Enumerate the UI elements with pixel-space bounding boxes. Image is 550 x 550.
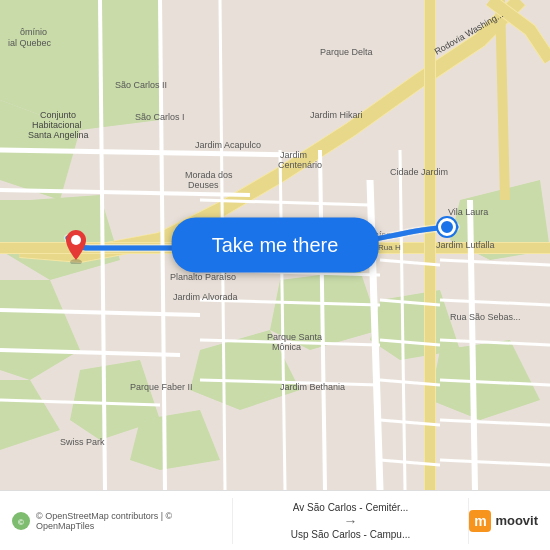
svg-text:Rua H: Rua H xyxy=(378,243,401,252)
svg-text:Vila Laura: Vila Laura xyxy=(448,207,488,217)
svg-line-19 xyxy=(500,0,505,200)
svg-text:Rua São Sebas...: Rua São Sebas... xyxy=(450,312,521,322)
svg-text:Jardim Hikari: Jardim Hikari xyxy=(310,110,363,120)
svg-text:Parque Faber II: Parque Faber II xyxy=(130,382,193,392)
moovit-branding: m moovit xyxy=(469,510,538,532)
attribution-text: © OpenStreetMap contributors | © OpenMap… xyxy=(36,511,232,531)
svg-text:Jardim: Jardim xyxy=(280,150,307,160)
take-me-there-button[interactable]: Take me there xyxy=(172,218,379,273)
route-to: Usp São Carlos - Campu... xyxy=(291,529,411,540)
moovit-text: moovit xyxy=(495,513,538,528)
svg-text:São Carlos II: São Carlos II xyxy=(115,80,167,90)
svg-text:São Carlos I: São Carlos I xyxy=(135,112,185,122)
svg-text:Habitacional: Habitacional xyxy=(32,120,82,130)
osm-logo: © xyxy=(12,512,30,530)
route-arrow: → xyxy=(344,513,358,529)
moovit-m-icon: m xyxy=(469,510,491,532)
bottom-bar: © © OpenStreetMap contributors | © OpenM… xyxy=(0,490,550,550)
destination-dot xyxy=(438,218,456,236)
location-pin xyxy=(62,228,90,264)
svg-text:Conjunto: Conjunto xyxy=(40,110,76,120)
svg-text:Cidade Jardim: Cidade Jardim xyxy=(390,167,448,177)
svg-point-77 xyxy=(71,235,81,245)
moovit-logo: m moovit xyxy=(469,510,538,532)
svg-text:Morada dos: Morada dos xyxy=(185,170,233,180)
svg-text:Jardim Lutfalla: Jardim Lutfalla xyxy=(436,240,495,250)
svg-text:Parque Santa: Parque Santa xyxy=(267,332,322,342)
attribution-section: © © OpenStreetMap contributors | © OpenM… xyxy=(12,511,232,531)
map-container: ômínio ial Quebec São Carlos II Conjunto… xyxy=(0,0,550,490)
svg-text:Mônica: Mônica xyxy=(272,342,301,352)
route-info: Av São Carlos - Cemitér... → Usp São Car… xyxy=(232,498,470,544)
svg-text:©: © xyxy=(18,518,24,527)
svg-text:Swiss Park: Swiss Park xyxy=(60,437,105,447)
svg-text:Planalto Paraíso: Planalto Paraíso xyxy=(170,272,236,282)
svg-text:Jardim Alvorada: Jardim Alvorada xyxy=(173,292,238,302)
svg-text:Centenário: Centenário xyxy=(278,160,322,170)
svg-text:Jardim Acapulco: Jardim Acapulco xyxy=(195,140,261,150)
svg-text:Santa Angelina: Santa Angelina xyxy=(28,130,89,140)
svg-text:ial Quebec: ial Quebec xyxy=(8,38,52,48)
svg-text:Jardim Bethania: Jardim Bethania xyxy=(280,382,345,392)
svg-text:Parque Delta: Parque Delta xyxy=(320,47,373,57)
svg-text:Deuses: Deuses xyxy=(188,180,219,190)
route-from: Av São Carlos - Cemitér... xyxy=(293,502,408,513)
svg-text:ômínio: ômínio xyxy=(20,27,47,37)
